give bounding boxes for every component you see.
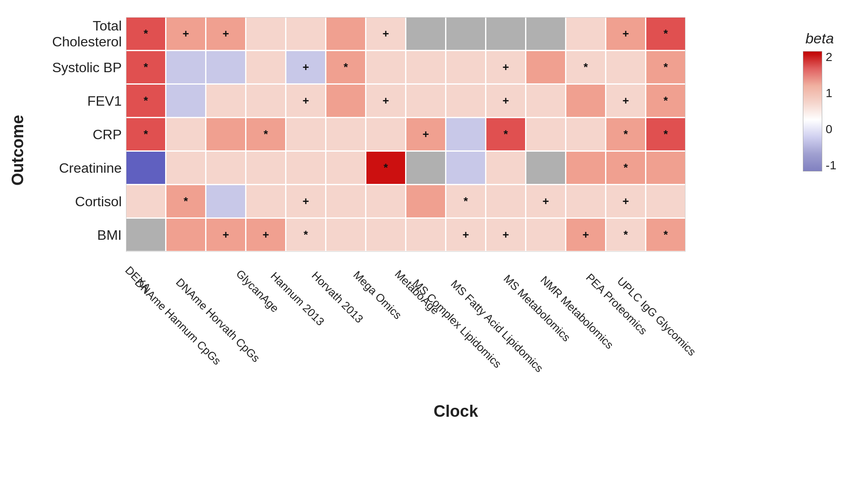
heatmap-cell xyxy=(646,152,685,184)
heatmap-cell xyxy=(446,118,485,150)
row-labels: Total CholesterolSystolic BPFEV1CRPCreat… xyxy=(31,17,126,252)
heatmap-cell xyxy=(166,219,205,251)
heatmap-cell: + xyxy=(486,85,525,117)
heatmap-cell: + xyxy=(406,118,445,150)
heatmap-cell xyxy=(446,152,485,184)
heatmap-cell xyxy=(246,51,285,83)
heatmap-cell: * xyxy=(606,219,645,251)
heatmap-cell xyxy=(446,51,485,83)
heatmap-cell: * xyxy=(126,18,165,50)
heatmap-cell xyxy=(526,152,565,184)
heatmap-cell: + xyxy=(366,18,405,50)
row-label: Systolic BP xyxy=(31,51,122,84)
heatmap-cell xyxy=(526,219,565,251)
heatmap-cell: + xyxy=(206,18,245,50)
heatmap-cell xyxy=(366,219,405,251)
heatmap-cell: + xyxy=(606,85,645,117)
heatmap-cell xyxy=(446,85,485,117)
heatmap-cell xyxy=(406,219,445,251)
heatmap-cell: * xyxy=(646,118,685,150)
heatmap-cell xyxy=(206,185,245,217)
legend-bar xyxy=(803,51,822,171)
heatmap-cell xyxy=(126,219,165,251)
heatmap-cell xyxy=(326,152,365,184)
heatmap-cell xyxy=(406,185,445,217)
row-label: Creatinine xyxy=(31,151,122,185)
heatmap-cell xyxy=(406,85,445,117)
heatmap-cell xyxy=(566,185,605,217)
heatmap-cell xyxy=(366,118,405,150)
heatmap-cell: + xyxy=(566,219,605,251)
heatmap-cell xyxy=(206,152,245,184)
heatmap-cell xyxy=(406,18,445,50)
heatmap-cell xyxy=(526,85,565,117)
heatmap-cell xyxy=(246,185,285,217)
heatmap-cell: + xyxy=(286,51,325,83)
heatmap-cell: + xyxy=(606,18,645,50)
heatmap-cell: * xyxy=(286,219,325,251)
col-label-wrap: DNAme Hannum CpGs xyxy=(166,255,206,398)
heatmap-cell xyxy=(246,85,285,117)
legend-tick: 1 xyxy=(826,87,836,99)
heatmap-cell xyxy=(246,18,285,50)
col-labels-area: DEXADNAme Hannum CpGsDNAme Horvath CpGsG… xyxy=(126,252,685,398)
heatmap-cell xyxy=(566,118,605,150)
heatmap-cell xyxy=(206,51,245,83)
row-label: BMI xyxy=(31,218,122,252)
heatmap-cell: * xyxy=(126,85,165,117)
heatmap-cell xyxy=(446,18,485,50)
heatmap-cell xyxy=(286,152,325,184)
heatmap-cell: * xyxy=(486,118,525,150)
heatmap-cell: * xyxy=(126,118,165,150)
col-label-wrap: DEXA xyxy=(126,255,166,398)
heatmap-cell: * xyxy=(606,118,645,150)
heatmap-cell: + xyxy=(606,185,645,217)
legend-area: beta 210-1 xyxy=(803,30,836,171)
heatmap-cell xyxy=(166,118,205,150)
heatmap-cell: * xyxy=(646,18,685,50)
heatmap-cell xyxy=(126,152,165,184)
heatmap-cell: + xyxy=(286,185,325,217)
heatmap-cell xyxy=(566,18,605,50)
heatmap-cell: + xyxy=(526,185,565,217)
legend-title: beta xyxy=(805,30,834,47)
heatmap-cell: * xyxy=(446,185,485,217)
heatmap-cell: + xyxy=(246,219,285,251)
heatmap-cell xyxy=(486,18,525,50)
heatmap-cell xyxy=(326,85,365,117)
heatmap-cell: + xyxy=(486,219,525,251)
x-axis-title: Clock xyxy=(126,402,786,421)
legend-ticks: 210-1 xyxy=(822,51,836,171)
row-label: Cortisol xyxy=(31,185,122,218)
heatmap-cell xyxy=(526,118,565,150)
col-label-wrap: MS Complex Lipidomics xyxy=(445,255,485,398)
heatmap-cell: + xyxy=(446,219,485,251)
heatmap-cell: * xyxy=(646,51,685,83)
heatmap-cell: * xyxy=(366,152,405,184)
heatmap-cell xyxy=(566,85,605,117)
heatmap-cell xyxy=(166,152,205,184)
heatmap-cell: + xyxy=(486,51,525,83)
heatmap-cell xyxy=(206,85,245,117)
y-axis-label: Outcome xyxy=(9,30,27,271)
main-area: Total CholesterolSystolic BPFEV1CRPCreat… xyxy=(31,17,786,421)
heatmap-cell xyxy=(326,118,365,150)
heatmap-cell xyxy=(326,185,365,217)
heatmap-cell: * xyxy=(166,185,205,217)
heatmap-cell xyxy=(206,118,245,150)
heatmap-cell: * xyxy=(126,51,165,83)
heatmap-cell xyxy=(366,51,405,83)
heatmap-cell xyxy=(646,185,685,217)
heatmap-cell xyxy=(166,85,205,117)
heatmap-cell xyxy=(366,185,405,217)
heatmap-cell: * xyxy=(646,85,685,117)
heatmap-grid: *++++**+*+***++++***+******+*++++*+++** xyxy=(126,17,685,252)
heatmap-cell: + xyxy=(286,85,325,117)
col-label-wrap: NMR Metabolomics xyxy=(565,255,605,398)
heatmap-cell: * xyxy=(606,152,645,184)
col-label-wrap: MetaboAge xyxy=(405,255,445,398)
row-label: CRP xyxy=(31,118,122,151)
legend-bar-container: 210-1 xyxy=(803,51,836,171)
heatmap-cell xyxy=(326,18,365,50)
heatmap-cell xyxy=(486,152,525,184)
